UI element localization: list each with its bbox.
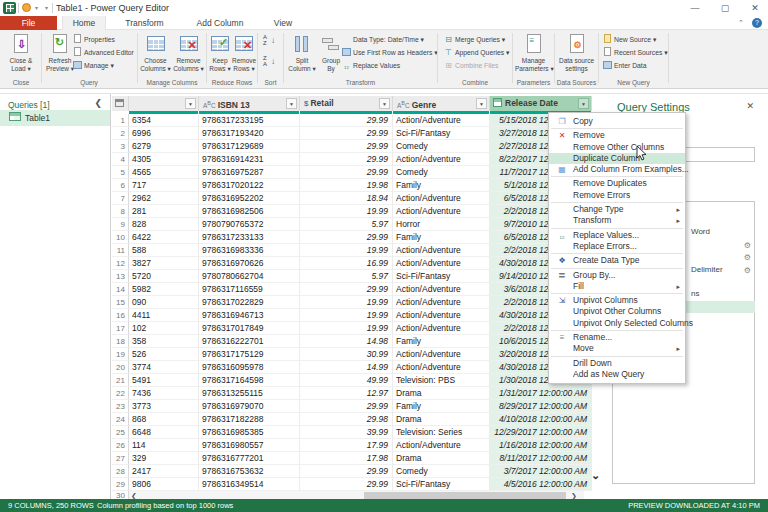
row-number[interactable]: 3 bbox=[112, 140, 129, 153]
cell[interactable]: Action/Adventure bbox=[393, 283, 490, 296]
cell[interactable]: 9786316975287 bbox=[199, 166, 300, 179]
cell[interactable]: Action/Adventure bbox=[393, 439, 490, 452]
row-number[interactable]: 19 bbox=[112, 348, 129, 361]
ribbon-collapse-icon[interactable]: ⌃ bbox=[738, 19, 744, 27]
cell[interactable]: Comedy bbox=[393, 465, 490, 478]
smiley-feedback-icon[interactable] bbox=[22, 3, 31, 12]
new-source-button[interactable]: New Source ▾ bbox=[602, 34, 656, 45]
cell[interactable]: Family bbox=[393, 400, 490, 413]
choose-columns-button[interactable]: ChooseColumns ▾ bbox=[139, 31, 172, 73]
menu-item-change-type[interactable]: Change Type▸ bbox=[549, 204, 685, 215]
menu-item-unpivot-columns[interactable]: ⇲Unpivot Columns bbox=[549, 295, 685, 306]
cell[interactable]: 9786316952202 bbox=[199, 192, 300, 205]
cell[interactable]: Action/Adventure bbox=[393, 296, 490, 309]
row-number[interactable]: 10 bbox=[112, 231, 129, 244]
cell[interactable]: 12.97 bbox=[300, 387, 393, 400]
menu-item-replace-errors-[interactable]: Replace Errors... bbox=[549, 241, 685, 252]
cell[interactable]: Television: PBS bbox=[393, 374, 490, 387]
cell[interactable]: 6279 bbox=[129, 140, 199, 153]
row-number[interactable]: 16 bbox=[112, 309, 129, 322]
cell[interactable]: 868 bbox=[129, 413, 199, 426]
combine-filesbutton[interactable]: ⊞Combine Files bbox=[443, 60, 498, 71]
cell[interactable]: 9786316946713 bbox=[199, 309, 300, 322]
query-settings-close-icon[interactable]: ✕ bbox=[746, 101, 754, 111]
cell[interactable]: 5982 bbox=[129, 283, 199, 296]
menu-item-move[interactable]: Move▸ bbox=[549, 343, 685, 354]
menu-item-add-column-from-examples-[interactable]: ▦Add Column From Examples... bbox=[549, 164, 685, 175]
cell[interactable]: 16.99 bbox=[300, 257, 393, 270]
row-number[interactable]: 18 bbox=[112, 335, 129, 348]
enter-databutton[interactable]: Enter Data bbox=[602, 60, 647, 71]
menu-item-unpivot-other-columns[interactable]: Unpivot Other Columns bbox=[549, 306, 685, 317]
cell[interactable]: Action/Adventure bbox=[393, 322, 490, 335]
cell[interactable]: 29.99 bbox=[300, 114, 393, 127]
cell[interactable]: 29.99 bbox=[300, 127, 393, 140]
cell[interactable]: 9780780662704 bbox=[199, 270, 300, 283]
cell[interactable]: Action/Adventure bbox=[393, 309, 490, 322]
row-number[interactable]: 7 bbox=[112, 192, 129, 205]
row-number[interactable]: 2 bbox=[112, 127, 129, 140]
cell[interactable]: 29.99 bbox=[300, 465, 393, 478]
collapse-pane-icon[interactable]: ❮ bbox=[94, 98, 102, 108]
cell[interactable]: Action/Adventure bbox=[393, 348, 490, 361]
cell[interactable]: 9786313255115 bbox=[199, 387, 300, 400]
cell[interactable]: 30.99 bbox=[300, 348, 393, 361]
row-number[interactable]: 28 bbox=[112, 465, 129, 478]
cell[interactable]: 19.99 bbox=[300, 205, 393, 218]
menu-item-group-by-[interactable]: 〓Group By... bbox=[549, 270, 685, 281]
propertiesbutton[interactable]: Properties bbox=[72, 34, 115, 45]
cell[interactable]: Action/Adventure bbox=[393, 361, 490, 374]
tab-add-column[interactable]: Add Column bbox=[183, 16, 257, 30]
cell[interactable]: 5491 bbox=[129, 374, 199, 387]
tab-home[interactable]: Home bbox=[62, 16, 106, 30]
cell[interactable]: 3/7/2017 12:00:00 AM bbox=[490, 465, 592, 478]
cell[interactable]: Comedy bbox=[393, 140, 490, 153]
tab-view[interactable]: View bbox=[261, 16, 305, 30]
cell[interactable]: 9786317164598 bbox=[199, 374, 300, 387]
row-number[interactable]: 14 bbox=[112, 283, 129, 296]
cell[interactable]: 2417 bbox=[129, 465, 199, 478]
qat-dropdown-icon[interactable]: ▾ bbox=[35, 4, 38, 11]
column-header-isbn-13[interactable]: ABCISBN 13▼ bbox=[199, 96, 300, 111]
column-header-genre[interactable]: ABCGenre▼ bbox=[393, 96, 490, 111]
menu-item-copy[interactable]: ❐Copy bbox=[549, 116, 685, 127]
cell[interactable]: 29.99 bbox=[300, 153, 393, 166]
row-number[interactable]: 13 bbox=[112, 270, 129, 283]
cell[interactable]: 9786316980557 bbox=[199, 439, 300, 452]
cell[interactable]: Comedy bbox=[393, 166, 490, 179]
cell[interactable]: 588 bbox=[129, 244, 199, 257]
cell[interactable]: Family bbox=[393, 335, 490, 348]
cell[interactable]: 9786316979070 bbox=[199, 400, 300, 413]
cell[interactable]: 6996 bbox=[129, 127, 199, 140]
cell[interactable]: 29.99 bbox=[300, 231, 393, 244]
cell[interactable]: 29.98 bbox=[300, 413, 393, 426]
cell[interactable]: 3773 bbox=[129, 400, 199, 413]
cell[interactable]: 9780790765372 bbox=[199, 218, 300, 231]
sort-ascending-button[interactable]: AZ bbox=[263, 34, 267, 46]
cell[interactable]: 6648 bbox=[129, 426, 199, 439]
replace-valuesbutton[interactable]: ₁₂Replace Values bbox=[341, 60, 400, 71]
cell[interactable]: 9786317129689 bbox=[199, 140, 300, 153]
cell[interactable]: 828 bbox=[129, 218, 199, 231]
cell[interactable]: 9786316982506 bbox=[199, 205, 300, 218]
cell[interactable]: 9786316970626 bbox=[199, 257, 300, 270]
help-icon[interactable]: ? bbox=[752, 18, 762, 28]
cell[interactable]: 8/29/2017 12:00:00 AM bbox=[490, 400, 592, 413]
cell[interactable]: 49.99 bbox=[300, 374, 393, 387]
cell[interactable]: 9786316349514 bbox=[199, 478, 300, 491]
filter-icon[interactable]: ▼ bbox=[379, 98, 390, 109]
cell[interactable]: 4411 bbox=[129, 309, 199, 322]
cell[interactable]: 358 bbox=[129, 335, 199, 348]
manage-button[interactable]: Manage ▾ bbox=[72, 60, 114, 71]
cell[interactable]: 717 bbox=[129, 179, 199, 192]
cell[interactable]: 2962 bbox=[129, 192, 199, 205]
cell[interactable]: 5720 bbox=[129, 270, 199, 283]
cell[interactable]: 4565 bbox=[129, 166, 199, 179]
cell[interactable]: 3827 bbox=[129, 257, 199, 270]
advanced-editorbutton[interactable]: Advanced Editor bbox=[72, 47, 134, 58]
tab-transform[interactable]: Transform bbox=[110, 16, 179, 30]
menu-item-duplicate-column[interactable]: Duplicate Column bbox=[549, 153, 685, 164]
minimize-button[interactable]: — bbox=[682, 1, 708, 16]
menu-item-transform[interactable]: Transform▸ bbox=[549, 215, 685, 226]
cell[interactable]: Drama bbox=[393, 452, 490, 465]
